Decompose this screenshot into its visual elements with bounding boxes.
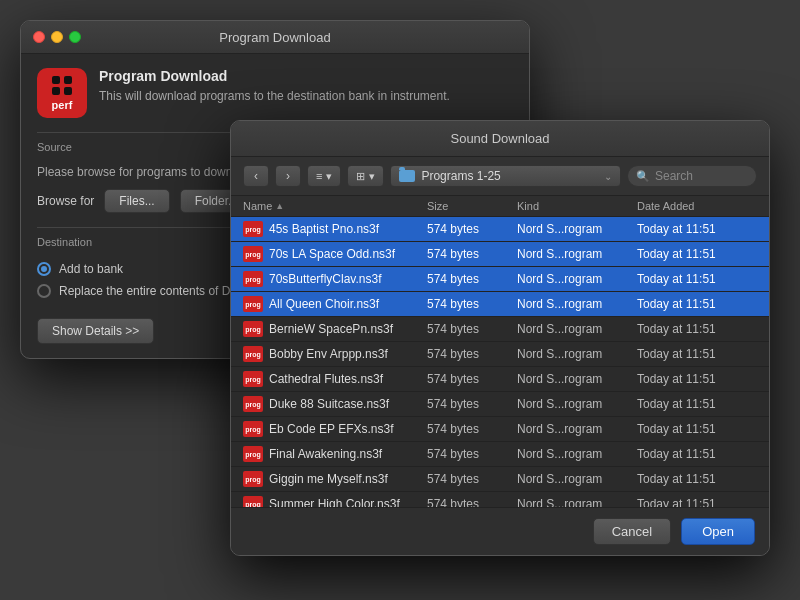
file-kind: Nord S...rogram [517, 347, 637, 361]
file-name-cell: prog Summer High Color.ns3f [243, 496, 427, 507]
file-name: 70s LA Space Odd.ns3f [269, 247, 395, 261]
file-type-icon: prog [243, 446, 263, 462]
file-type-icon: prog [243, 471, 263, 487]
sound-window-titlebar: Sound Download [231, 121, 769, 157]
forward-button[interactable]: › [275, 165, 301, 187]
program-window-title: Program Download [219, 30, 330, 45]
file-type-icon: prog [243, 246, 263, 262]
sound-window-title: Sound Download [450, 131, 549, 146]
browse-label: Browse for [37, 194, 94, 208]
show-details-button[interactable]: Show Details >> [37, 318, 154, 344]
file-date: Today at 11:51 [637, 272, 757, 286]
file-date: Today at 11:51 [637, 297, 757, 311]
search-box[interactable]: 🔍 [627, 165, 757, 187]
file-kind: Nord S...rogram [517, 397, 637, 411]
file-name: Cathedral Flutes.ns3f [269, 372, 383, 386]
close-button[interactable] [33, 31, 45, 43]
table-row[interactable]: prog BernieW SpacePn.ns3f 574 bytes Nord… [231, 317, 769, 342]
file-type-icon: prog [243, 321, 263, 337]
file-size: 574 bytes [427, 447, 517, 461]
program-subtitle: This will download programs to the desti… [99, 88, 450, 105]
dropdown-arrow-icon: ⌄ [604, 171, 612, 182]
minimize-button[interactable] [51, 31, 63, 43]
file-size: 574 bytes [427, 422, 517, 436]
file-name-cell: prog 45s Baptist Pno.ns3f [243, 221, 427, 237]
file-size: 574 bytes [427, 222, 517, 236]
file-size: 574 bytes [427, 297, 517, 311]
table-row[interactable]: prog Summer High Color.ns3f 574 bytes No… [231, 492, 769, 507]
table-row[interactable]: prog 70s LA Space Odd.ns3f 574 bytes Nor… [231, 242, 769, 267]
file-type-icon: prog [243, 421, 263, 437]
file-name: 70sButterflyClav.ns3f [269, 272, 382, 286]
file-kind: Nord S...rogram [517, 372, 637, 386]
grid-view-icon: ⊞ [356, 170, 365, 183]
file-type-icon: prog [243, 371, 263, 387]
file-name-cell: prog 70sButterflyClav.ns3f [243, 271, 427, 287]
file-name-cell: prog All Queen Choir.ns3f [243, 296, 427, 312]
file-size: 574 bytes [427, 247, 517, 261]
file-type-icon: prog [243, 296, 263, 312]
file-date: Today at 11:51 [637, 372, 757, 386]
cancel-button[interactable]: Cancel [593, 518, 671, 545]
file-kind: Nord S...rogram [517, 447, 637, 461]
list-view-button[interactable]: ≡ ▾ [307, 165, 341, 187]
program-window-titlebar: Program Download [21, 21, 529, 54]
table-row[interactable]: prog Bobby Env Arppp.ns3f 574 bytes Nord… [231, 342, 769, 367]
list-view-icon: ≡ [316, 170, 322, 182]
file-name: Summer High Color.ns3f [269, 497, 400, 507]
file-name-cell: prog Final Awakening.ns3f [243, 446, 427, 462]
table-row[interactable]: prog Eb Code EP EFXs.ns3f 574 bytes Nord… [231, 417, 769, 442]
table-row[interactable]: prog Duke 88 Suitcase.ns3f 574 bytes Nor… [231, 392, 769, 417]
file-kind: Nord S...rogram [517, 297, 637, 311]
open-button[interactable]: Open [681, 518, 755, 545]
file-size: 574 bytes [427, 372, 517, 386]
back-button[interactable]: ‹ [243, 165, 269, 187]
toolbar: ‹ › ≡ ▾ ⊞ ▾ Programs 1-25 ⌄ 🔍 [231, 157, 769, 196]
file-name-cell: prog Cathedral Flutes.ns3f [243, 371, 427, 387]
program-header-text: Program Download This will download prog… [99, 68, 450, 105]
col-kind-header: Kind [517, 200, 637, 212]
file-name-cell: prog Eb Code EP EFXs.ns3f [243, 421, 427, 437]
file-name: Giggin me Myself.ns3f [269, 472, 388, 486]
file-date: Today at 11:51 [637, 397, 757, 411]
folder-selector[interactable]: Programs 1-25 ⌄ [390, 165, 621, 187]
search-icon: 🔍 [636, 170, 650, 183]
file-kind: Nord S...rogram [517, 272, 637, 286]
folder-name: Programs 1-25 [421, 169, 598, 183]
search-input[interactable] [655, 169, 745, 183]
logo-dot [52, 87, 60, 95]
file-date: Today at 11:51 [637, 497, 757, 507]
table-row[interactable]: prog Giggin me Myself.ns3f 574 bytes Nor… [231, 467, 769, 492]
file-name-cell: prog 70s LA Space Odd.ns3f [243, 246, 427, 262]
replace-label: Replace the entire contents of D [59, 284, 230, 298]
file-type-icon: prog [243, 346, 263, 362]
radio-circle-unselected [37, 284, 51, 298]
file-size: 574 bytes [427, 497, 517, 507]
col-name-header: Name ▲ [243, 200, 427, 212]
file-size: 574 bytes [427, 472, 517, 486]
perf-logo: perf [37, 68, 87, 118]
table-row[interactable]: prog Final Awakening.ns3f 574 bytes Nord… [231, 442, 769, 467]
table-row[interactable]: prog 45s Baptist Pno.ns3f 574 bytes Nord… [231, 217, 769, 242]
col-size-header: Size [427, 200, 517, 212]
logo-dot [64, 87, 72, 95]
dialog-footer: Cancel Open [231, 507, 769, 555]
file-kind: Nord S...rogram [517, 322, 637, 336]
grid-view-button[interactable]: ⊞ ▾ [347, 165, 384, 187]
table-row[interactable]: prog 70sButterflyClav.ns3f 574 bytes Nor… [231, 267, 769, 292]
file-type-icon: prog [243, 271, 263, 287]
traffic-lights [33, 31, 81, 43]
file-name-cell: prog Giggin me Myself.ns3f [243, 471, 427, 487]
file-name: Duke 88 Suitcase.ns3f [269, 397, 389, 411]
table-row[interactable]: prog All Queen Choir.ns3f 574 bytes Nord… [231, 292, 769, 317]
table-row[interactable]: prog Cathedral Flutes.ns3f 574 bytes Nor… [231, 367, 769, 392]
list-view-arrow: ▾ [326, 170, 332, 183]
file-size: 574 bytes [427, 322, 517, 336]
file-date: Today at 11:51 [637, 247, 757, 261]
file-date: Today at 11:51 [637, 472, 757, 486]
files-button[interactable]: Files... [104, 189, 169, 213]
maximize-button[interactable] [69, 31, 81, 43]
logo-dot [64, 76, 72, 84]
file-date: Today at 11:51 [637, 347, 757, 361]
logo-dots [52, 76, 73, 95]
